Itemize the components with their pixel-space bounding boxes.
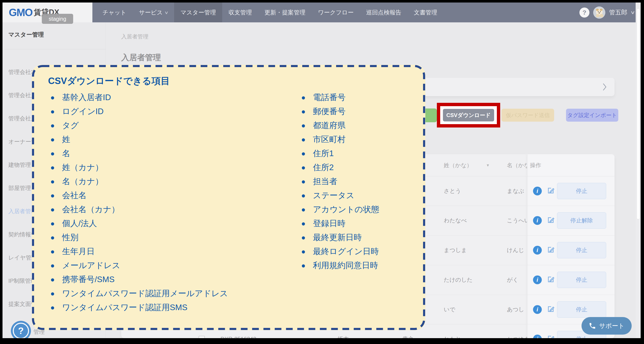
callout-item: 住所1	[302, 146, 379, 160]
tag-import-button[interactable]: タグ設定インポート	[566, 109, 618, 122]
edit-icon[interactable]	[546, 275, 555, 284]
sort-descending-icon[interactable]: ▼	[486, 163, 490, 168]
edit-icon[interactable]	[546, 246, 555, 255]
sidebar-title: マスター管理	[8, 31, 44, 39]
callout-item: 利用規約同意日時	[302, 258, 379, 272]
col-header-last-kana[interactable]: 姓（かな）	[444, 162, 472, 169]
cell-last-kana: たけのした	[444, 276, 472, 284]
callout-item: 基幹入居者ID	[51, 90, 228, 104]
csv-fields-callout: CSVダウンロードできる項目 基幹入居者ID ログインID タグ 姓 名 姓（カ…	[32, 65, 425, 330]
callout-item: 会社名（カナ）	[51, 202, 228, 216]
callout-item: ワンタイムパスワード認証用SMS	[51, 300, 228, 314]
nav-item-revenue[interactable]: 収支管理	[222, 2, 258, 22]
sidebar-item-building[interactable]: 建物管理	[8, 161, 31, 169]
callout-right-list: 電話番号 郵便番号 都道府県 市区町村 住所1 住所2 担当者 ステータス アカ…	[302, 90, 379, 272]
edit-icon[interactable]	[546, 186, 555, 196]
user-chevron-down-icon[interactable]: ∨	[630, 10, 635, 15]
callout-item: 最終ログイン日時	[302, 244, 379, 258]
help-fab-button[interactable]: ?	[11, 321, 31, 338]
info-icon[interactable]: i	[533, 276, 542, 284]
nav-item-chat[interactable]: チャット	[96, 2, 133, 22]
help-icon[interactable]: ?	[580, 8, 590, 18]
nav-item-renewal[interactable]: 更新・提案管理	[258, 2, 312, 22]
cell-first-name: 貴之	[402, 335, 414, 338]
nav-item-workflow[interactable]: ワークフロー	[312, 2, 360, 22]
cell-first-kana: まなぶ	[507, 187, 524, 195]
chevron-down-icon: ∨	[164, 10, 168, 15]
info-icon[interactable]: i	[533, 246, 542, 254]
nav-menu: チャット サービス∨ マスター管理 収支管理 更新・提案管理 ワークフロー 巡回…	[96, 2, 444, 22]
row-checkbox[interactable]	[198, 336, 205, 338]
callout-item: 担当者	[302, 174, 379, 188]
callout-item: 性別	[51, 230, 228, 244]
app-screen: GMO 賃貸DX チャット サービス∨ マスター管理 収支管理 更新・提案管理 …	[2, 2, 641, 338]
callout-item: ログインID	[51, 104, 228, 118]
cell-first-kana: けんじ	[507, 246, 524, 254]
sidebar-divider	[4, 49, 106, 49]
nav-right: ? 管五郎 ∨	[580, 2, 634, 22]
nav-item-documents[interactable]: 文書管理	[408, 2, 444, 22]
info-icon[interactable]: i	[533, 334, 542, 338]
callout-item: ワンタイムパスワード認証用メールアドレス	[51, 286, 228, 300]
cell-last-kana: さとう	[444, 187, 461, 195]
cell-resident-id: DXR-2516242	[220, 336, 256, 338]
chevron-right-icon[interactable]	[603, 83, 606, 91]
nav-item-service[interactable]: サービス∨	[133, 2, 174, 22]
callout-item: 携帯番号/SMS	[51, 272, 228, 286]
callout-item: タグ	[51, 118, 228, 132]
unsuspend-button[interactable]: 停止解除	[557, 212, 606, 229]
stop-button[interactable]: 停止	[557, 272, 606, 288]
callout-item: 都道府県	[302, 118, 379, 132]
temp-password-button[interactable]: 仮パスワード送信	[502, 109, 554, 122]
nav-item-master[interactable]: マスター管理	[174, 2, 222, 22]
callout-item: メールアドレス	[51, 258, 228, 272]
cell-first-kana: がく	[507, 276, 518, 284]
cell-last-name: 坂本	[338, 335, 349, 338]
top-nav: GMO 賃貸DX チャット サービス∨ マスター管理 収支管理 更新・提案管理 …	[2, 2, 641, 22]
info-icon[interactable]: i	[533, 187, 542, 196]
callout-item: 最終更新日時	[302, 230, 379, 244]
callout-item: アカウントの状態	[302, 202, 379, 216]
callout-item: 名	[51, 146, 228, 160]
scrollbar-thumb[interactable]	[636, 8, 640, 220]
sidebar-item-room[interactable]: 部屋管理	[8, 184, 31, 192]
callout-item: 市区町村	[302, 132, 379, 146]
callout-item: 会社名	[51, 188, 228, 202]
stop-button[interactable]: 停止	[557, 301, 606, 318]
edit-icon[interactable]	[546, 216, 555, 225]
cell-first-kana: かつゆき	[507, 335, 527, 338]
callout-left-list: 基幹入居者ID ログインID タグ 姓 名 姓（カナ） 名（カナ） 会社名 会社…	[51, 90, 228, 314]
callout-item: 電話番号	[302, 90, 379, 104]
callout-item: 生年月日	[51, 244, 228, 258]
cell-first-kana: あつし	[507, 306, 524, 313]
info-icon[interactable]: i	[533, 305, 542, 314]
breadcrumb: 入居者管理	[121, 33, 148, 40]
stop-button[interactable]: 停止	[557, 183, 606, 199]
user-name[interactable]: 管五郎	[609, 8, 627, 17]
info-icon[interactable]: i	[533, 216, 542, 225]
phone-icon	[588, 322, 596, 330]
cell-last-kana: まつしま	[444, 246, 467, 254]
avatar[interactable]	[593, 6, 605, 18]
logo-gmo-text: GMO	[9, 6, 32, 18]
csv-download-button[interactable]: CSVダウンロード	[443, 109, 494, 122]
callout-item: 姓（カナ）	[51, 160, 228, 174]
callout-title: CSVダウンロードできる項目	[48, 75, 170, 87]
edit-icon[interactable]	[546, 334, 555, 338]
edit-icon[interactable]	[546, 305, 555, 314]
cell-last-kana: ねもと	[444, 335, 461, 338]
callout-item: 姓	[51, 132, 228, 146]
scrollbar-track[interactable]	[636, 2, 641, 338]
staging-badge: staging	[42, 14, 73, 24]
cell-first-kana: こうへい	[507, 217, 527, 224]
stop-button[interactable]: 停止	[557, 242, 606, 258]
callout-item: 個人/法人	[51, 216, 228, 230]
avatar-image	[593, 6, 605, 18]
callout-item: 名（カナ）	[51, 174, 228, 188]
col-header-first-kana[interactable]: 名（かな）	[507, 162, 527, 169]
callout-item: ステータス	[302, 188, 379, 202]
page-title: 入居者管理	[121, 52, 161, 63]
callout-item: 住所2	[302, 160, 379, 174]
nav-item-inspection[interactable]: 巡回点検報告	[360, 2, 408, 22]
support-button[interactable]: サポート	[582, 317, 632, 334]
